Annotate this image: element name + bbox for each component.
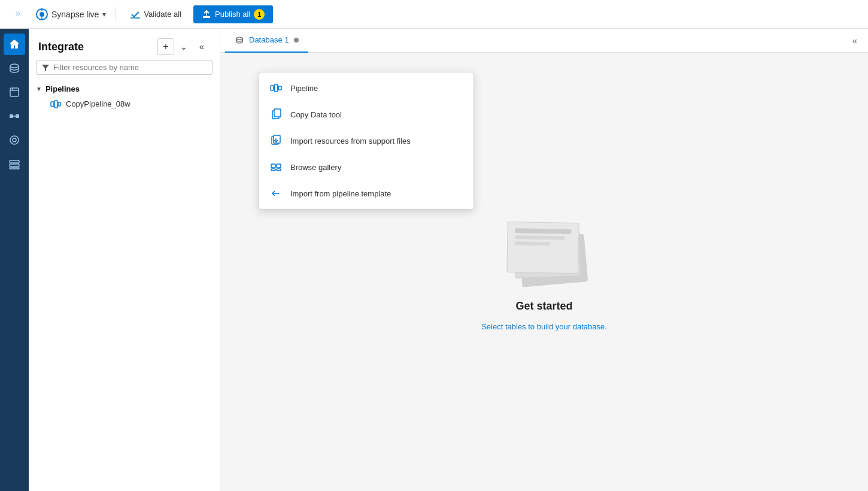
- svg-rect-26: [274, 109, 281, 117]
- sidebar-header: Integrate + ⌄ «: [29, 29, 220, 60]
- dropdown-item-copy-data[interactable]: Copy Data tool: [259, 101, 474, 128]
- publish-label: Publish all: [215, 10, 250, 19]
- svg-point-34: [236, 37, 242, 40]
- svg-point-14: [13, 138, 16, 142]
- pipelines-label: Pipelines: [45, 84, 80, 93]
- validate-all-button[interactable]: Validate all: [126, 7, 186, 22]
- panel-collapse-button[interactable]: «: [846, 32, 863, 49]
- get-started-subtitle: Select tables to build your database.: [481, 322, 607, 331]
- nav-data[interactable]: [4, 57, 25, 79]
- tab-database1-label: Database 1: [249, 35, 289, 44]
- dropdown-pipeline-label: Pipeline: [290, 84, 318, 93]
- template-icon: [269, 186, 283, 201]
- synapse-brand[interactable]: Synapse live ▾: [36, 8, 106, 20]
- svg-rect-11: [16, 114, 19, 118]
- pipeline-name: CopyPipeline_08w: [66, 99, 130, 108]
- tab-database1[interactable]: Database 1: [225, 29, 308, 53]
- svg-rect-31: [277, 164, 281, 168]
- brand-dropdown-icon[interactable]: ▾: [102, 10, 106, 19]
- subtitle-prefix: Select tables to: [481, 322, 537, 331]
- sidebar-toolbar: + ⌄ «: [157, 38, 210, 55]
- validate-icon: [130, 10, 140, 19]
- sidebar: Integrate + ⌄ « ▼ Pipelines: [29, 29, 220, 491]
- list-item[interactable]: CopyPipeline_08w: [36, 96, 213, 112]
- subtitle-suffix: .: [605, 322, 607, 331]
- filter-icon: [41, 63, 50, 72]
- svg-rect-21: [58, 102, 60, 106]
- database-tab-icon: [235, 35, 244, 45]
- svg-rect-7: [10, 88, 19, 96]
- topbar: » Synapse live ▾ Validate all Publish al…: [0, 0, 868, 29]
- nav-develop[interactable]: [4, 81, 25, 103]
- sidebar-title: Integrate: [38, 41, 84, 53]
- brand-name: Synapse live: [51, 10, 99, 19]
- import-files-icon: [269, 134, 283, 148]
- svg-rect-19: [51, 102, 54, 107]
- pipeline-menu-icon: [269, 81, 283, 95]
- dropdown-item-import-files[interactable]: Import resources from support files: [259, 128, 474, 154]
- validate-label: Validate all: [144, 10, 181, 19]
- nav-collapse-btn[interactable]: »: [7, 2, 29, 24]
- gallery-icon: [269, 160, 283, 174]
- nav-home[interactable]: [4, 34, 25, 55]
- get-started-illustration: [496, 213, 592, 290]
- svg-point-6: [10, 64, 19, 68]
- collapse-button[interactable]: «: [193, 38, 210, 55]
- publish-icon: [202, 10, 211, 19]
- svg-rect-30: [271, 164, 275, 168]
- svg-rect-32: [271, 169, 275, 171]
- nav-monitor[interactable]: [4, 129, 25, 151]
- dropdown-menu: Pipeline Copy Data tool: [259, 72, 474, 210]
- dropdown-copy-label: Copy Data tool: [290, 110, 342, 119]
- pipeline-icon: [50, 100, 61, 108]
- dropdown-template-label: Import from pipeline template: [290, 189, 391, 198]
- copy-data-icon: [269, 107, 283, 122]
- tab-unsaved-indicator: [294, 38, 299, 43]
- search-bar: [36, 60, 213, 75]
- svg-point-1: [40, 12, 44, 17]
- svg-rect-20: [54, 101, 57, 108]
- svg-marker-18: [42, 65, 49, 71]
- get-started-title: Get started: [515, 300, 572, 313]
- dropdown-item-template[interactable]: Import from pipeline template: [259, 180, 474, 207]
- main-layout: Integrate + ⌄ « ▼ Pipelines: [0, 29, 868, 491]
- svg-rect-23: [275, 84, 278, 92]
- dropdown-gallery-label: Browse gallery: [290, 163, 341, 172]
- svg-rect-16: [10, 164, 19, 166]
- tab-bar: Database 1 «: [220, 29, 868, 53]
- pipelines-header[interactable]: ▼ Pipelines: [36, 82, 213, 96]
- svg-rect-17: [10, 168, 19, 169]
- search-input[interactable]: [53, 63, 207, 72]
- topbar-separator: [116, 7, 116, 22]
- svg-rect-28: [274, 135, 280, 143]
- pipelines-section: ▼ Pipelines CopyPipeline_08w: [29, 80, 220, 114]
- subtitle-link[interactable]: build your database: [537, 322, 605, 331]
- svg-point-13: [10, 136, 19, 144]
- svg-rect-15: [10, 160, 19, 163]
- svg-rect-5: [203, 16, 210, 18]
- svg-rect-24: [278, 86, 281, 90]
- dropdown-item-pipeline[interactable]: Pipeline: [259, 75, 474, 101]
- svg-rect-10: [10, 114, 13, 118]
- add-resource-button[interactable]: +: [157, 38, 174, 55]
- nav-manage[interactable]: [4, 153, 25, 175]
- publish-badge: 1: [254, 9, 265, 20]
- publish-all-button[interactable]: Publish all 1: [193, 5, 273, 23]
- left-nav: [0, 29, 29, 491]
- svg-rect-22: [271, 86, 274, 90]
- dropdown-item-gallery[interactable]: Browse gallery: [259, 154, 474, 180]
- synapse-icon: [36, 8, 48, 20]
- sort-button[interactable]: ⌄: [175, 38, 192, 55]
- nav-integrate[interactable]: [4, 105, 25, 127]
- dropdown-import-files-label: Import resources from support files: [290, 137, 411, 146]
- svg-rect-33: [277, 169, 281, 171]
